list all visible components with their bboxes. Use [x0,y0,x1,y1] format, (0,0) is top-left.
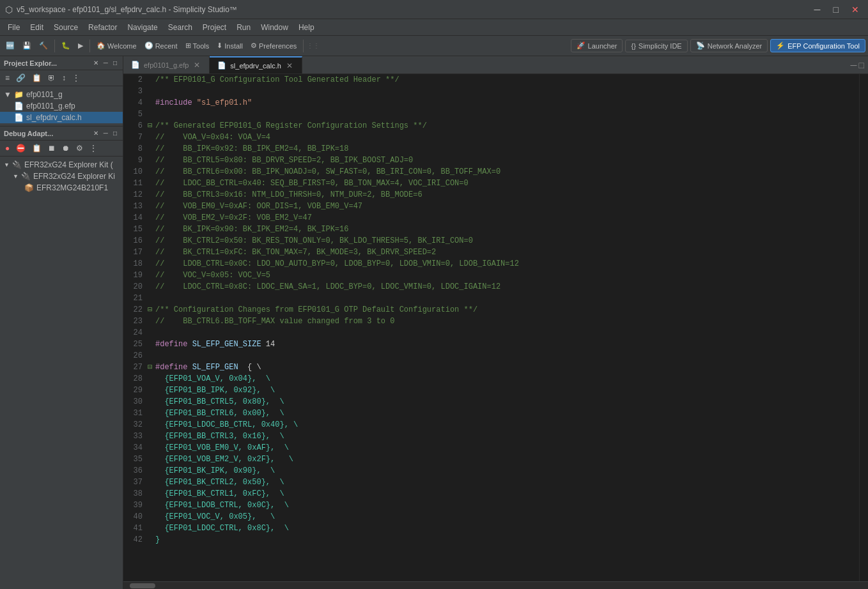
sidebar-panel: Project Explor... ✕ ─ □ ≡ 🔗 📋 ⛨ ↕ ⋮ ▼ 📁 [0,56,123,589]
gear-icon: ⚙ [251,42,257,50]
menu-source[interactable]: Source [49,20,83,34]
efp-config-label: EFP Configuration Tool [787,42,860,50]
tab-efp-file[interactable]: 📄 efp0101_g.efp ✕ [123,56,210,73]
folder-expand-icon: ▼ [4,90,12,99]
project-maximize-button[interactable]: □ [111,59,119,67]
debug-remove-button[interactable]: ⏹ [45,142,58,154]
fold-icon[interactable]: ⊟ [148,304,155,316]
line-number: 11 [128,178,148,189]
install-label: Install [224,42,243,50]
menu-help[interactable]: Help [293,20,320,34]
project-explorer-panel: Project Explor... ✕ ─ □ ≡ 🔗 📋 ⛨ ↕ ⋮ ▼ 📁 [0,56,123,126]
titlebar: ⬡ v5_workspace - efp0101_g/sl_efpdrv_cal… [0,0,868,19]
device-icon-1: 🔌 [12,160,22,169]
h-scrollbar-thumb[interactable] [130,583,155,588]
menu-run[interactable]: Run [231,20,256,34]
tab-close-calc[interactable]: ✕ [285,61,294,70]
code-line: 12// BB_CTRL3=0x16: NTM_LDO_THRSH=0, NTM… [128,189,854,201]
debug-close-button[interactable]: ✕ [91,129,100,137]
debug-stop-button[interactable]: ⛔ [13,142,28,154]
debug-tree-item-device2[interactable]: ▼ 🔌 EFR32xG24 Explorer Ki [0,171,123,182]
tree-item-root[interactable]: ▼ 📁 efp0101_g [0,89,123,100]
sync-button[interactable]: ↕ [59,72,68,84]
project-minimize-button[interactable]: ─ [102,59,110,67]
menu-refactor[interactable]: Refactor [83,20,122,34]
debug-adapter-title: Debug Adapt... [4,130,53,137]
debug-settings-button[interactable]: ⚙ [74,142,86,154]
welcome-button[interactable]: 🏠 Welcome [93,40,140,51]
code-text: {EFP01_BB_CTRL5, 0x80}, \ [155,396,854,408]
install-button[interactable]: ⬇ Install [213,40,246,51]
line-number: 20 [128,281,148,293]
tab-calc-file[interactable]: 📄 sl_efpdrv_calc.h ✕ [210,56,302,73]
debug-run-button[interactable]: ● [3,142,12,154]
project-close-button[interactable]: ✕ [91,59,100,67]
code-line: 30 {EFP01_BB_CTRL5, 0x80}, \ [128,396,854,408]
line-number: 15 [128,224,148,235]
close-button[interactable]: ✕ [848,3,863,16]
code-text: // BK_CTRL2=0x50: BK_RES_TON_ONLY=0, BK_… [155,235,854,247]
menu-edit[interactable]: Edit [25,20,49,34]
debug-tree-item-chip[interactable]: 📦 EFR32MG24B210F1 [0,182,123,194]
menu-navigate[interactable]: Navigate [122,20,162,34]
line-number: 10 [128,166,148,178]
line-number: 23 [128,316,148,327]
tree-item-calc-file[interactable]: 📄 sl_efpdrv_calc.h [0,112,123,123]
code-container[interactable]: 2/** EFP0101_G Configuration Tool Genera… [123,74,868,581]
titlebar-controls: ─ □ ✕ [810,3,863,16]
tree-label-root: efp0101_g [26,90,63,99]
menu-search[interactable]: Search [163,20,198,34]
expand-button[interactable]: 🔗 [13,72,28,84]
debug-minimize-button[interactable]: ─ [102,129,110,137]
debug-toolbar: ● ⛔ 📋 ⏹ ⏺ ⚙ ⋮ [0,141,123,157]
editor-tabs: 📄 efp0101_g.efp ✕ 📄 sl_efpdrv_calc.h ✕ ─… [123,56,868,74]
horizontal-scrollbar[interactable] [123,581,868,589]
menu-file[interactable]: File [3,20,25,34]
efp-config-button[interactable]: ⚡ EFP Configuration Tool [770,39,865,52]
tab-maximize-button[interactable]: □ [859,60,864,70]
recent-button[interactable]: 🕐 Recent [141,40,181,51]
debug-maximize-button[interactable]: □ [111,129,119,137]
code-line: 14// VOB_EM2_V=0x2F: VOB_EM2_V=47 [128,212,854,224]
network-analyzer-button[interactable]: 📡 Network Analyzer [690,39,768,52]
line-number: 40 [128,511,148,523]
tree-item-efp-file[interactable]: 📄 efp0101_g.efp [0,100,123,112]
code-line: 34 {EFP01_VOB_EM0_V, 0xAF}, \ [128,442,854,454]
code-line: 38 {EFP01_BK_CTRL1, 0xFC}, \ [128,488,854,500]
fold-icon[interactable]: ⊟ [148,120,155,132]
view-menu-button[interactable]: ⋮ [70,72,82,84]
code-line: 24 [128,327,854,339]
preferences-button[interactable]: ⚙ Preferences [247,40,300,51]
line-number: 2 [128,74,148,86]
new-button[interactable]: 🆕 [3,40,18,51]
simplicity-ide-button[interactable]: {} Simplicity IDE [625,40,687,52]
tab-minimize-button[interactable]: ─ [851,60,857,70]
build-button[interactable]: 🔨 [36,40,51,51]
debug-record-button[interactable]: ⏺ [59,142,72,154]
line-number: 8 [128,143,148,155]
filter-button[interactable]: ⛨ [45,72,58,84]
save-button[interactable]: 💾 [19,40,35,51]
run-button[interactable]: ▶ [75,40,86,51]
debug-expand-icon-2: ▼ [13,173,19,180]
fold-icon[interactable]: ⊟ [148,362,155,373]
debug-extra-button[interactable]: ⋮ [87,142,100,154]
editor-scrollbar[interactable] [859,74,868,581]
maximize-button[interactable]: □ [830,3,842,16]
tools-button[interactable]: ⊞ Tools [182,40,213,51]
menu-project[interactable]: Project [198,20,231,34]
debug-label-device1: EFR32xG24 Explorer Kit ( [24,160,113,169]
code-line: 25#define SL_EFP_GEN_SIZE 14 [128,339,854,350]
debug-tree-item-device1[interactable]: ▼ 🔌 EFR32xG24 Explorer Kit ( [0,159,123,171]
debug-copy-button[interactable]: 📋 [29,142,44,154]
minimize-button[interactable]: ─ [810,3,825,16]
new-file-button[interactable]: 📋 [29,72,44,84]
tab-close-efp[interactable]: ✕ [192,61,201,70]
toolbar-dots: ⋮⋮ [307,42,320,49]
collapse-all-button[interactable]: ≡ [3,72,12,84]
debug-button[interactable]: 🐛 [58,40,74,51]
menu-window[interactable]: Window [256,20,293,34]
launcher-button[interactable]: 🚀 Launcher [571,39,623,52]
code-text: #define SL_EFP_GEN { \ [155,362,854,373]
code-line: 17// BK_CTRL1=0xFC: BK_TON_MAX=7, BK_MOD… [128,247,854,258]
